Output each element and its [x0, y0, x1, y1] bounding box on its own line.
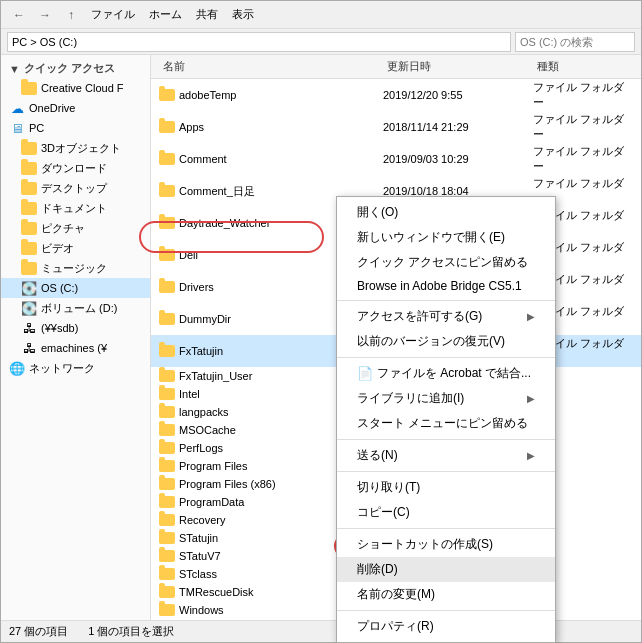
pc-icon: 🖥: [9, 120, 25, 136]
item-modified: 2018/11/14 21:29: [383, 121, 533, 133]
folder-icon: [159, 532, 175, 544]
folder-icon: [159, 185, 175, 197]
item-type: ファイル フォルダー: [533, 80, 633, 110]
sidebar-item-videos[interactable]: ビデオ: [1, 238, 150, 258]
context-menu-grant-access[interactable]: アクセスを許可する(G) ▶: [337, 304, 555, 329]
tab-home[interactable]: ホーム: [143, 5, 188, 24]
sidebar-item-label: (¥¥sdb): [41, 322, 78, 334]
tab-share[interactable]: 共有: [190, 5, 224, 24]
sidebar-item-label: ダウンロード: [41, 161, 107, 176]
context-menu-open[interactable]: 開く(O): [337, 200, 555, 225]
sidebar-item-label: Creative Cloud F: [41, 82, 124, 94]
folder-icon: [159, 442, 175, 454]
folder-icon: [159, 424, 175, 436]
folder-icon: [21, 260, 37, 276]
search-input[interactable]: [515, 32, 635, 52]
col-modified[interactable]: 更新日時: [383, 57, 533, 76]
col-name[interactable]: 名前: [159, 57, 383, 76]
address-path[interactable]: PC > OS (C:): [7, 32, 511, 52]
folder-icon: [159, 281, 175, 293]
sidebar-item-desktop[interactable]: デスクトップ: [1, 178, 150, 198]
context-menu-copy[interactable]: コピー(C): [337, 500, 555, 525]
folder-icon: [159, 153, 175, 165]
sidebar-item-creative-cloud[interactable]: Creative Cloud F: [1, 78, 150, 98]
sidebar-item-emachines[interactable]: 🖧 emachines (¥: [1, 338, 150, 358]
folder-icon: [159, 514, 175, 526]
folder-icon: [159, 89, 175, 101]
sidebar-item-label: emachines (¥: [41, 342, 107, 354]
creative-cloud-icon: [21, 80, 37, 96]
folder-icon: [21, 140, 37, 156]
sidebar: ▼ クイック アクセス Creative Cloud F ☁ OneDrive …: [1, 55, 151, 620]
folder-icon: [159, 345, 175, 357]
content-header: 名前 更新日時 種類: [151, 55, 641, 79]
tab-file[interactable]: ファイル: [85, 5, 141, 24]
folder-icon: [159, 460, 175, 472]
folder-icon: [159, 249, 175, 261]
item-name: adobeTemp: [159, 87, 383, 103]
context-menu-combine-acrobat[interactable]: 📄 ファイルを Acrobat で結合...: [337, 361, 555, 386]
context-menu-properties[interactable]: プロパティ(R): [337, 614, 555, 639]
up-button[interactable]: ↑: [59, 3, 83, 27]
folder-icon: [159, 496, 175, 508]
item-modified: 2019/12/20 9:55: [383, 89, 533, 101]
onedrive-icon: ☁: [9, 100, 25, 116]
folder-icon: [159, 121, 175, 133]
forward-button[interactable]: →: [33, 3, 57, 27]
separator: [337, 610, 555, 611]
sidebar-item-music[interactable]: ミュージック: [1, 258, 150, 278]
folder-icon: [21, 160, 37, 176]
sidebar-item-label: ネットワーク: [29, 361, 95, 376]
sidebar-item-label: ドキュメント: [41, 201, 107, 216]
quick-access-header[interactable]: ▼ クイック アクセス: [1, 59, 150, 78]
sidebar-item-label: OneDrive: [29, 102, 75, 114]
item-modified: 2019/09/03 10:29: [383, 153, 533, 165]
context-menu-browse-bridge[interactable]: Browse in Adobe Bridge CS5.1: [337, 275, 555, 297]
item-type: ファイル フォルダー: [533, 144, 633, 174]
sidebar-item-pc[interactable]: 🖥 PC: [1, 118, 150, 138]
context-menu-add-library[interactable]: ライブラリに追加(I) ▶: [337, 386, 555, 411]
context-menu-delete[interactable]: 削除(D): [337, 557, 555, 582]
sidebar-item-3d[interactable]: 3Dオブジェクト: [1, 138, 150, 158]
folder-icon: [159, 586, 175, 598]
explorer-window: ← → ↑ ファイル ホーム 共有 表示 PC > OS (C:) ▼ クイック…: [0, 0, 642, 643]
separator: [337, 471, 555, 472]
folder-icon: [159, 406, 175, 418]
table-row[interactable]: Comment 2019/09/03 10:29 ファイル フォルダー: [151, 143, 641, 175]
context-menu-pin-start[interactable]: スタート メニューにピン留める: [337, 411, 555, 436]
sidebar-item-label: OS (C:): [41, 282, 78, 294]
table-row[interactable]: adobeTemp 2019/12/20 9:55 ファイル フォルダー: [151, 79, 641, 111]
sidebar-item-volume-d[interactable]: 💽 ボリューム (D:): [1, 298, 150, 318]
folder-icon: [159, 217, 175, 229]
sidebar-item-onedrive[interactable]: ☁ OneDrive: [1, 98, 150, 118]
context-menu-pin-quick-access[interactable]: クイック アクセスにピン留める: [337, 250, 555, 275]
tab-view[interactable]: 表示: [226, 5, 260, 24]
sidebar-item-network[interactable]: 🌐 ネットワーク: [1, 358, 150, 378]
table-row[interactable]: Apps 2018/11/14 21:29 ファイル フォルダー: [151, 111, 641, 143]
sidebar-item-pictures[interactable]: ピクチャ: [1, 218, 150, 238]
folder-icon: [159, 370, 175, 382]
context-menu-rename[interactable]: 名前の変更(M): [337, 582, 555, 607]
submenu-arrow: ▶: [527, 450, 535, 461]
separator: [337, 528, 555, 529]
sidebar-item-sdb[interactable]: 🖧 (¥¥sdb): [1, 318, 150, 338]
folder-icon: [159, 550, 175, 562]
folder-icon: [159, 568, 175, 580]
separator: [337, 300, 555, 301]
sidebar-item-documents[interactable]: ドキュメント: [1, 198, 150, 218]
context-menu-create-shortcut[interactable]: ショートカットの作成(S): [337, 532, 555, 557]
folder-icon: [159, 388, 175, 400]
sidebar-item-os-c[interactable]: 💽 OS (C:): [1, 278, 150, 298]
context-menu-cut[interactable]: 切り取り(T): [337, 475, 555, 500]
context-menu-send-to[interactable]: 送る(N) ▶: [337, 443, 555, 468]
col-type[interactable]: 種類: [533, 57, 633, 76]
item-count: 27 個の項目: [9, 624, 68, 639]
sidebar-item-label: ピクチャ: [41, 221, 85, 236]
sidebar-item-downloads[interactable]: ダウンロード: [1, 158, 150, 178]
context-menu-open-new-window[interactable]: 新しいウィンドウで開く(E): [337, 225, 555, 250]
back-button[interactable]: ←: [7, 3, 31, 27]
context-menu: 開く(O) 新しいウィンドウで開く(E) クイック アクセスにピン留める Bro…: [336, 196, 556, 643]
context-menu-restore-previous[interactable]: 以前のバージョンの復元(V): [337, 329, 555, 354]
folder-icon: [159, 313, 175, 325]
drive-icon: 💽: [21, 300, 37, 316]
